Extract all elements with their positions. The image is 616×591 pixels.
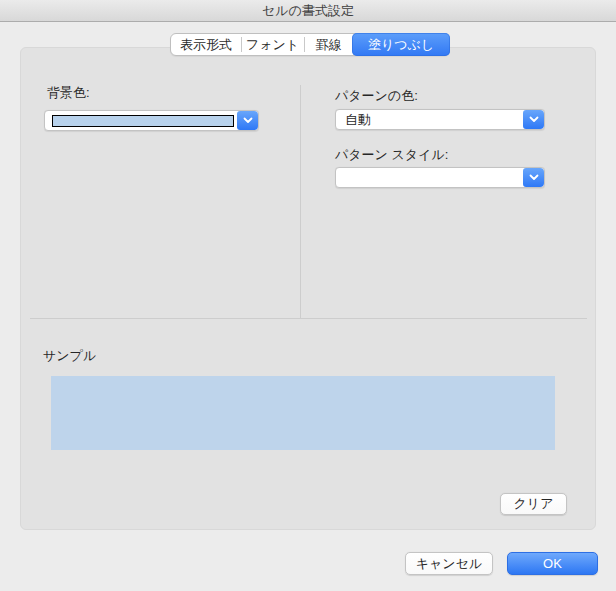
clear-button[interactable]: クリア [500, 493, 567, 515]
background-color-dropdown[interactable] [44, 110, 259, 131]
pattern-color-label: パターンの色: [335, 87, 418, 105]
format-cells-dialog: セルの書式設定 表示形式 フォント 罫線 塗りつぶし 背景色: パターンの色: … [0, 0, 616, 591]
pattern-color-dropdown[interactable]: 自動 [335, 109, 545, 130]
ok-button[interactable]: OK [507, 552, 598, 575]
cancel-button[interactable]: キャンセル [405, 552, 493, 575]
pattern-color-dropdown-button[interactable] [523, 110, 544, 129]
pattern-style-dropdown[interactable] [335, 167, 545, 188]
tab-font[interactable]: フォント [241, 34, 304, 55]
background-color-label: 背景色: [47, 84, 90, 102]
vertical-divider [300, 85, 301, 318]
window-title: セルの書式設定 [262, 2, 354, 20]
pattern-style-dropdown-button[interactable] [523, 168, 544, 187]
background-color-dropdown-button[interactable] [237, 111, 258, 130]
tab-number-format[interactable]: 表示形式 [171, 34, 241, 55]
chevron-down-icon [529, 174, 539, 181]
chevron-down-icon [243, 117, 253, 124]
sample-preview [51, 376, 555, 450]
pattern-style-label: パターン スタイル: [335, 146, 448, 164]
horizontal-divider [30, 318, 587, 319]
pattern-color-value: 自動 [336, 111, 544, 129]
tab-bar: 表示形式 フォント 罫線 塗りつぶし [170, 33, 450, 56]
chevron-down-icon [529, 116, 539, 123]
tab-fill[interactable]: 塗りつぶし [352, 33, 450, 56]
title-bar[interactable]: セルの書式設定 [0, 0, 616, 22]
tab-border[interactable]: 罫線 [304, 34, 353, 55]
background-color-swatch [52, 115, 234, 127]
sample-label: サンプル [43, 347, 96, 365]
